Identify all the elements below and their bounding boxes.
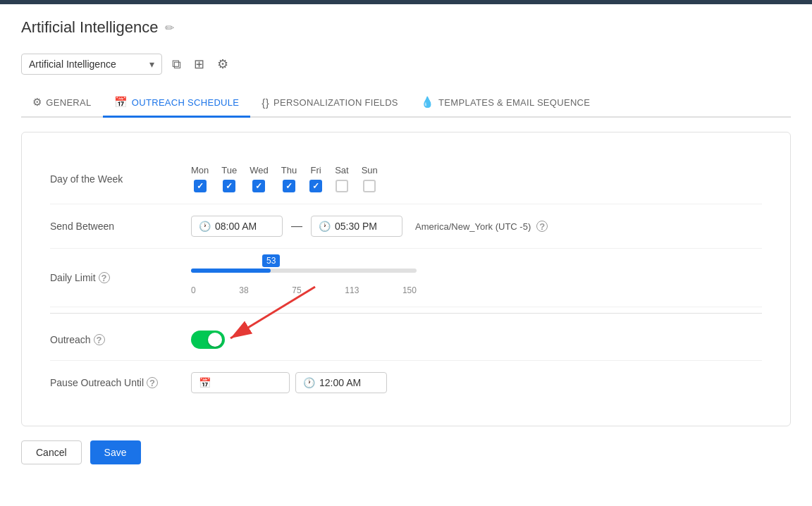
day-label-sat: Sat	[335, 165, 349, 175]
tab-templates[interactable]: 💧 TEMPLATES & EMAIL SEQUENCE	[410, 89, 601, 118]
day-col-wed: Wed✓	[250, 165, 269, 192]
day-label-thu: Thu	[281, 165, 297, 175]
day-col-sat: Sat	[335, 165, 349, 192]
slider-track-wrapper: 53	[191, 260, 417, 281]
tabs-row: ⚙ GENERAL 📅 OUTREACH SCHEDULE {} PERSONA…	[21, 89, 791, 118]
day-col-tue: Tue✓	[221, 165, 237, 192]
day-checkbox-tue[interactable]: ✓	[223, 180, 235, 192]
slider-bubble: 53	[262, 254, 280, 267]
outreach-toggle[interactable]	[191, 331, 225, 349]
outreach-row: Outreach ?	[50, 319, 762, 361]
timezone-help-icon[interactable]: ?	[536, 221, 548, 232]
pause-time-value: 12:00 AM	[319, 377, 361, 388]
page-title: Artificial Intelligence	[21, 18, 158, 37]
toolbar-row: Artificial Intelligence ▾ ⧉ ⊞ ⚙	[21, 54, 791, 75]
day-of-week-label: Day of the Week	[50, 173, 191, 185]
pause-date-input[interactable]: 📅	[191, 372, 290, 393]
settings-icon[interactable]: ⚙	[214, 54, 231, 75]
checkbox-check-icon: ✓	[312, 181, 319, 191]
day-label-wed: Wed	[250, 165, 269, 175]
content-card: Day of the Week Mon✓Tue✓Wed✓Thu✓Fri✓SatS…	[21, 132, 791, 426]
tab-outreach-schedule[interactable]: 📅 OUTREACH SCHEDULE	[103, 89, 251, 118]
end-time-value: 05:30 PM	[335, 221, 377, 232]
timezone-text: America/New_York (UTC -5)	[415, 221, 531, 232]
day-of-week-content: Mon✓Tue✓Wed✓Thu✓Fri✓SatSun	[191, 165, 762, 192]
dropdown-arrow-icon: ▾	[149, 58, 154, 70]
send-between-content: 🕐 08:00 AM — 🕐 05:30 PM America/New_York…	[191, 216, 762, 237]
start-time-input[interactable]: 🕐 08:00 AM	[191, 216, 283, 237]
tab-templates-label: TEMPLATES & EMAIL SEQUENCE	[438, 97, 590, 108]
tab-outreach-label: OUTREACH SCHEDULE	[132, 97, 239, 108]
daily-limit-content: 53 0 38 75 113 150	[191, 260, 762, 295]
page-container: Artificial Intelligence ✏ Artificial Int…	[0, 4, 812, 506]
personalization-tab-icon: {}	[262, 97, 269, 109]
page-title-row: Artificial Intelligence ✏	[21, 18, 791, 37]
start-time-value: 08:00 AM	[215, 221, 257, 232]
outreach-help-icon[interactable]: ?	[94, 334, 105, 345]
general-tab-icon: ⚙	[32, 96, 42, 109]
pause-outreach-row: Pause Outreach Until ? 📅 🕐 12:00 AM	[50, 361, 762, 405]
slider-labels: 0 38 75 113 150	[191, 285, 417, 295]
pause-time-clock-icon: 🕐	[303, 377, 315, 388]
start-time-clock-icon: 🕐	[199, 221, 211, 232]
day-columns: Mon✓Tue✓Wed✓Thu✓Fri✓SatSun	[191, 165, 378, 192]
send-between-row: Send Between 🕐 08:00 AM — 🕐 05:30 PM Ame…	[50, 204, 762, 249]
templates-tab-icon: 💧	[421, 96, 434, 109]
pause-outreach-label: Pause Outreach Until ?	[50, 377, 191, 388]
day-label-mon: Mon	[191, 165, 209, 175]
day-label-sun: Sun	[362, 165, 378, 175]
cancel-button[interactable]: Cancel	[21, 440, 82, 464]
dropdown-value: Artificial Intelligence	[29, 58, 116, 70]
day-col-thu: Thu✓	[281, 165, 297, 192]
day-label-tue: Tue	[221, 165, 237, 175]
day-checkbox-sun[interactable]	[363, 180, 376, 192]
slider-label-75: 75	[292, 285, 301, 295]
edit-icon[interactable]: ✏	[165, 21, 174, 35]
slider-label-113: 113	[345, 285, 359, 295]
pause-outreach-help-icon[interactable]: ?	[147, 377, 158, 388]
checkbox-check-icon: ✓	[255, 181, 262, 191]
tab-general[interactable]: ⚙ GENERAL	[21, 89, 103, 118]
time-separator: —	[291, 220, 302, 233]
slider-label-150: 150	[402, 285, 417, 295]
checkbox-check-icon: ✓	[285, 181, 293, 191]
calendar-icon: 📅	[199, 377, 211, 388]
day-checkbox-mon[interactable]: ✓	[194, 180, 207, 192]
pause-time-input[interactable]: 🕐 12:00 AM	[295, 372, 387, 393]
slider-label-38: 38	[239, 285, 248, 295]
day-checkbox-sat[interactable]	[336, 180, 348, 192]
slider-fill	[191, 269, 271, 273]
day-col-mon: Mon✓	[191, 165, 209, 192]
bottom-actions: Cancel Save	[21, 440, 791, 464]
section-divider	[50, 313, 762, 314]
day-label-fri: Fri	[311, 165, 321, 175]
copy-icon[interactable]: ⧉	[169, 54, 184, 75]
end-time-input[interactable]: 🕐 05:30 PM	[311, 216, 402, 237]
day-checkbox-wed[interactable]: ✓	[252, 180, 265, 192]
send-between-label: Send Between	[50, 221, 191, 232]
outreach-content	[191, 331, 762, 349]
day-checkbox-fri[interactable]: ✓	[309, 180, 322, 192]
campaign-dropdown[interactable]: Artificial Intelligence ▾	[21, 54, 162, 75]
end-time-clock-icon: 🕐	[319, 221, 331, 232]
slider-track	[191, 269, 417, 273]
day-col-sun: Sun	[362, 165, 378, 192]
outreach-label: Outreach ?	[50, 334, 191, 345]
daily-limit-help-icon[interactable]: ?	[99, 272, 110, 283]
day-col-fri: Fri✓	[309, 165, 322, 192]
pause-outreach-content: 📅 🕐 12:00 AM	[191, 372, 762, 393]
checkbox-check-icon: ✓	[197, 181, 204, 191]
grid-icon[interactable]: ⊞	[191, 54, 207, 75]
daily-limit-label: Daily Limit ?	[50, 272, 191, 283]
toggle-knob	[208, 333, 222, 347]
outreach-tab-icon: 📅	[114, 96, 128, 109]
day-checkbox-thu[interactable]: ✓	[283, 180, 295, 192]
tab-personalization-fields[interactable]: {} PERSONALIZATION FIELDS	[250, 89, 409, 118]
save-button[interactable]: Save	[90, 440, 141, 464]
tab-personalization-label: PERSONALIZATION FIELDS	[273, 97, 398, 108]
daily-limit-slider-container: 53 0 38 75 113 150	[191, 260, 417, 295]
day-of-week-row: Day of the Week Mon✓Tue✓Wed✓Thu✓Fri✓SatS…	[50, 154, 762, 204]
daily-limit-row: Daily Limit ? 53 0 38 75 113	[50, 249, 762, 307]
checkbox-check-icon: ✓	[226, 181, 233, 191]
slider-label-0: 0	[191, 285, 196, 295]
